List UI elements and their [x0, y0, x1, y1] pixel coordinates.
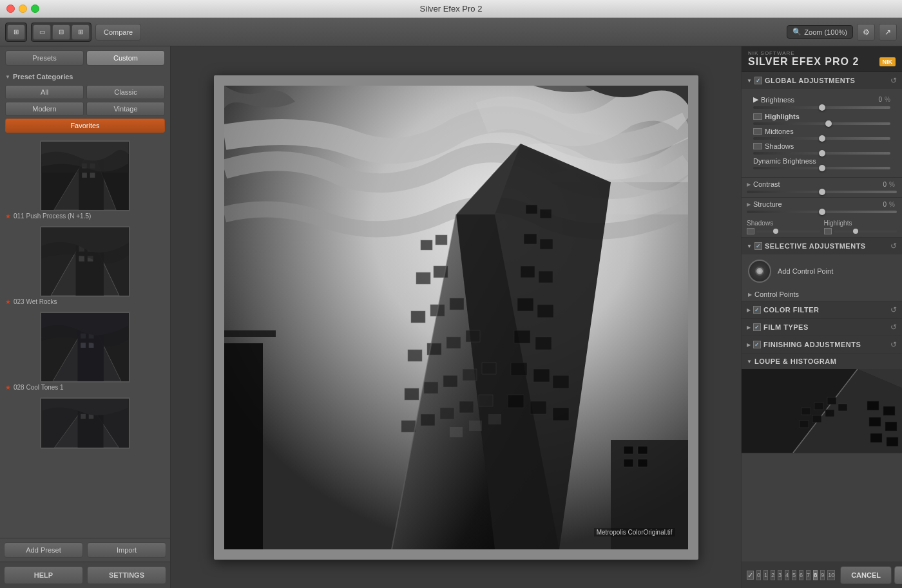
- list-item[interactable]: ★ 023 Wet Rocks: [3, 226, 168, 307]
- finishing-adjustments-section[interactable]: ▶ ✓ FINISHING ADJUSTMENTS ↺: [742, 336, 902, 354]
- midtones-slider-track[interactable]: [753, 137, 890, 140]
- svg-rect-85: [812, 415, 821, 422]
- nik-title-row: SILVER EFEX PRO 2 NIK: [748, 56, 896, 68]
- structure-highlights-track[interactable]: [834, 231, 897, 232]
- cat-classic[interactable]: Classic: [86, 85, 165, 99]
- midtones-slider-row[interactable]: [753, 137, 890, 142]
- brightness-unit: %: [885, 96, 890, 103]
- color-filter-section[interactable]: ▶ ✓ COLOR FILTER ↺: [742, 301, 902, 319]
- layer-num-2[interactable]: 2: [771, 570, 775, 580]
- layer-num-3[interactable]: 3: [778, 570, 782, 580]
- layer-checkbox[interactable]: ✓: [747, 571, 754, 580]
- shadows-slider-thumb[interactable]: [819, 150, 825, 156]
- structure-slider-track[interactable]: [747, 211, 897, 213]
- toolbar-btn-grid[interactable]: ⊞: [7, 24, 25, 40]
- preset-thumbnail: [40, 226, 130, 297]
- contrast-slider-track[interactable]: [747, 191, 897, 193]
- cat-vintage[interactable]: Vintage: [86, 102, 165, 116]
- toolbar-btn-layout3[interactable]: ⊞: [72, 24, 90, 40]
- dynamic-brightness-slider-track[interactable]: [753, 167, 890, 169]
- layer-num-4[interactable]: 4: [785, 570, 789, 580]
- close-button[interactable]: [6, 5, 15, 13]
- add-control-point-button[interactable]: [748, 260, 771, 283]
- midtones-slider-thumb[interactable]: [819, 135, 825, 142]
- midtones-color-swatch: [753, 128, 762, 135]
- structure-highlights-slider[interactable]: [824, 228, 897, 234]
- preset-thumbnail: [40, 397, 130, 449]
- layer-num-6[interactable]: 6: [799, 570, 803, 580]
- list-item[interactable]: ★ 028 Cool Tones 1: [3, 312, 168, 392]
- structure-shadows-track[interactable]: [756, 231, 820, 232]
- structure-highlights-thumb[interactable]: [853, 229, 858, 234]
- tab-presets[interactable]: Presets: [5, 50, 84, 66]
- color-filter-checkbox[interactable]: ✓: [753, 306, 761, 314]
- layer-num-1[interactable]: 1: [763, 570, 768, 580]
- dynamic-brightness-slider-thumb[interactable]: [819, 165, 825, 171]
- global-adjustments-header[interactable]: ▼ ✓ GLOBAL ADJUSTMENTS ↺: [742, 72, 902, 89]
- help-button[interactable]: HELP: [4, 566, 83, 584]
- film-types-section[interactable]: ▶ ✓ FILM TYPES ↺: [742, 319, 902, 336]
- layer-num-0[interactable]: 0: [756, 570, 761, 580]
- global-adj-reset-icon[interactable]: ↺: [890, 76, 897, 85]
- selective-adj-reset-icon[interactable]: ↺: [890, 242, 897, 251]
- svg-rect-93: [869, 417, 881, 426]
- layer-num-5[interactable]: 5: [792, 570, 796, 580]
- fullscreen-button[interactable]: [31, 5, 39, 13]
- minimize-button[interactable]: [19, 5, 27, 13]
- highlights-slider-track[interactable]: [753, 122, 890, 125]
- finishing-adj-checkbox[interactable]: ✓: [753, 341, 761, 348]
- toolbar-export-icon[interactable]: ↗: [879, 24, 897, 41]
- highlights-slider-thumb[interactable]: [825, 120, 832, 127]
- film-types-label: FILM TYPES: [763, 323, 888, 331]
- categories-section-header[interactable]: ▼ Preset Categories: [4, 71, 166, 82]
- structure-slider-row[interactable]: [742, 211, 902, 217]
- selective-adj-checkbox[interactable]: ✓: [754, 242, 762, 250]
- svg-rect-20: [81, 343, 86, 348]
- brightness-slider-row[interactable]: [748, 106, 896, 113]
- nik-badge: NIK: [879, 57, 896, 66]
- tab-custom[interactable]: Custom: [86, 50, 165, 66]
- cat-favorites[interactable]: Favorites: [5, 119, 165, 133]
- list-item[interactable]: ★ 011 Push Process (N +1.5): [3, 140, 168, 221]
- cat-all[interactable]: All: [5, 85, 84, 99]
- zoom-display[interactable]: 🔍 Zoom (100%): [787, 25, 853, 39]
- highlights-label: Highlights: [765, 113, 800, 120]
- structure-shadows-slider[interactable]: [747, 228, 820, 234]
- svg-rect-57: [553, 375, 569, 388]
- color-filter-reset-icon[interactable]: ↺: [890, 305, 897, 314]
- brightness-slider-track[interactable]: [753, 106, 890, 109]
- toolbar-settings-icon[interactable]: ⚙: [857, 24, 875, 41]
- structure-shadows-swatch: [747, 228, 754, 234]
- save-button[interactable]: SAVE: [894, 566, 902, 584]
- cat-modern[interactable]: Modern: [5, 102, 84, 116]
- loupe-header[interactable]: ▼ LOUPE & HISTOGRAM: [742, 354, 902, 369]
- highlights-slider-row[interactable]: [753, 122, 890, 128]
- contrast-slider-thumb[interactable]: [819, 189, 825, 195]
- brightness-slider-thumb[interactable]: [819, 104, 825, 111]
- layer-num-10[interactable]: 10: [827, 570, 835, 580]
- bottom-right-bar: ✓ 0 1 2 3 4 5 6 7: [742, 562, 902, 588]
- add-preset-button[interactable]: Add Preset: [4, 542, 83, 558]
- contrast-slider-row[interactable]: [742, 191, 902, 197]
- toolbar-btn-layout2[interactable]: ⊟: [52, 24, 70, 40]
- film-types-checkbox[interactable]: ✓: [753, 323, 761, 331]
- selective-adjustments-header[interactable]: ▼ ✓ SELECTIVE ADJUSTMENTS ↺: [742, 238, 902, 254]
- structure-shadows-thumb[interactable]: [773, 229, 778, 234]
- dynamic-brightness-slider-row[interactable]: [753, 167, 890, 172]
- shadows-slider-row[interactable]: [753, 152, 890, 157]
- toolbar-btn-layout1[interactable]: ▭: [33, 24, 51, 40]
- layer-num-8[interactable]: 8: [813, 570, 818, 580]
- compare-button[interactable]: Compare: [95, 24, 141, 41]
- import-button[interactable]: Import: [87, 542, 166, 558]
- global-adj-checkbox[interactable]: ✓: [754, 77, 762, 84]
- layer-num-9[interactable]: 9: [820, 570, 825, 580]
- settings-button[interactable]: SETTINGS: [87, 566, 166, 584]
- structure-highlights-col: Highlights: [824, 220, 897, 234]
- finishing-adj-reset-icon[interactable]: ↺: [890, 340, 897, 349]
- list-item[interactable]: [3, 397, 168, 449]
- shadows-slider-track[interactable]: [753, 152, 890, 155]
- structure-slider-thumb[interactable]: [819, 209, 825, 215]
- cancel-button[interactable]: CANCEL: [840, 566, 892, 584]
- film-types-reset-icon[interactable]: ↺: [890, 323, 897, 332]
- layer-num-7[interactable]: 7: [806, 570, 811, 580]
